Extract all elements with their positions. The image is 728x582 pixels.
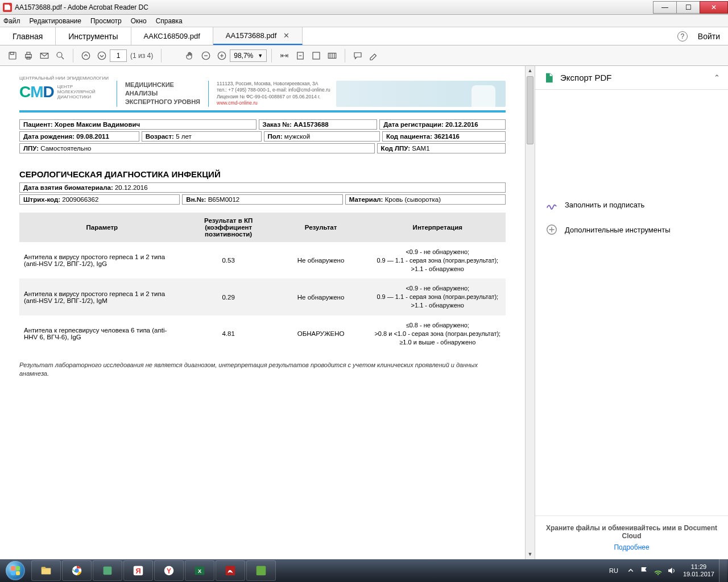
pointer-icon[interactable]	[166, 48, 182, 64]
search-icon[interactable]	[52, 48, 68, 64]
regdate-cell: Дата регистрации: 20.12.2016	[379, 119, 506, 130]
taskbar-app-icon[interactable]	[93, 560, 122, 581]
zoom-select[interactable]: 98,7%▼	[230, 49, 267, 62]
svg-rect-19	[104, 567, 112, 575]
scroll-down-icon[interactable]: ▼	[526, 550, 535, 559]
th-param: Параметр	[19, 213, 185, 242]
svg-rect-12	[313, 52, 320, 59]
tools-panel: Экспорт PDF ⌃ Заполнить и подписать Допо…	[535, 66, 728, 559]
page-down-icon[interactable]	[94, 48, 110, 64]
vn-cell: Вн.№: B65M0012	[182, 194, 342, 205]
tab-close-icon[interactable]: ✕	[283, 31, 289, 40]
taskbar-browser-icon[interactable]: Y	[154, 560, 184, 581]
svg-point-28	[657, 574, 659, 575]
org-topline: Центральный НИИ Эпидемиологии	[19, 76, 109, 81]
results-table: Параметр Результат в КП (коэффициент поз…	[19, 213, 506, 352]
menu-edit[interactable]: Редактирование	[30, 17, 81, 25]
print-icon[interactable]	[20, 48, 36, 64]
scroll-up-icon[interactable]: ▲	[526, 66, 535, 76]
close-button[interactable]: ✕	[700, 1, 728, 14]
dob-cell: Дата рождения: 09.08.2011	[19, 131, 139, 142]
letterhead-address: 111123, Россия, Москва, Новогиреевская, …	[208, 81, 330, 107]
taskbar-excel-icon[interactable]: X	[185, 560, 214, 581]
material-cell: Материал: Кровь (сыворотка)	[345, 194, 506, 205]
section-title: СЕРОЛОГИЧЕСКАЯ ДИАГНОСТИКА ИНФЕКЦИЙ	[19, 169, 506, 179]
login-button[interactable]: Войти	[698, 32, 720, 41]
lpucode-cell: Код ЛПУ: SAM1	[377, 143, 506, 153]
panel-footer: Храните файлы и обменивайтесь ими в Docu…	[535, 516, 728, 559]
learn-more-link[interactable]: Подробнее	[543, 543, 720, 551]
sampledate-cell: Дата взятия биоматериала: 20.12.2016	[19, 182, 506, 193]
menu-bar: Файл Редактирование Просмотр Окно Справк…	[0, 15, 728, 27]
fit-width-icon[interactable]	[276, 48, 292, 64]
table-row: Антитела к вирусу простого герпеса 1 и 2…	[19, 278, 506, 315]
tray-network-icon[interactable]	[653, 566, 663, 576]
page-number-input[interactable]	[110, 49, 127, 62]
language-indicator[interactable]: RU	[609, 567, 618, 574]
taskbar-acrobat-icon[interactable]	[216, 560, 245, 581]
th-interp: Интерпретация	[370, 213, 506, 242]
tray-chevron-icon[interactable]	[626, 566, 636, 576]
app-tabs: Главная Инструменты ААКС168509.pdf AA157…	[0, 27, 728, 45]
lpu-cell: ЛПУ: Самостоятельно	[19, 143, 375, 153]
zoom-in-icon[interactable]	[214, 48, 230, 64]
taskbar-chrome-icon[interactable]	[62, 560, 92, 581]
logo-subtitle: ЦЕНТР МОЛЕКУЛЯРНОЙ ДИАГНОСТИКИ	[57, 85, 96, 99]
scroll-thumb[interactable]	[527, 76, 533, 144]
vertical-scrollbar[interactable]: ▲ ▼	[525, 66, 535, 559]
pcode-cell: Код пациента: 3621416	[382, 131, 506, 142]
menu-help[interactable]: Справка	[156, 17, 183, 25]
tab-document-2-label: AA1573688.pdf	[226, 31, 277, 40]
page-total-label: (1 из 4)	[130, 52, 153, 60]
window-title: AA1573688.pdf - Adobe Acrobat Reader DC	[15, 3, 653, 11]
tab-home[interactable]: Главная	[0, 27, 56, 45]
menu-window[interactable]: Окно	[131, 17, 147, 25]
menu-view[interactable]: Просмотр	[90, 17, 122, 25]
menu-file[interactable]: Файл	[3, 17, 20, 25]
tray-flag-icon[interactable]	[639, 566, 650, 576]
more-tools[interactable]: Дополнительные инструменты	[535, 217, 728, 242]
cmd-logo: CMD	[19, 83, 54, 101]
barcode-cell: Штрих-код: 2009066362	[19, 194, 180, 205]
save-icon[interactable]	[5, 48, 20, 64]
maximize-button[interactable]: ☐	[676, 1, 700, 14]
svg-point-8	[98, 52, 106, 60]
show-desktop-button[interactable]	[719, 559, 727, 582]
highlight-icon[interactable]	[366, 48, 382, 64]
svg-text:Y: Y	[167, 567, 171, 575]
fit-page-icon[interactable]	[292, 48, 308, 64]
window-titlebar: AA1573688.pdf - Adobe Acrobat Reader DC …	[0, 0, 728, 15]
fill-sign-tool[interactable]: Заполнить и подписать	[535, 192, 728, 217]
help-icon[interactable]: ?	[677, 31, 688, 41]
th-result: Результат	[272, 213, 370, 242]
start-button[interactable]	[0, 559, 31, 582]
svg-rect-3	[27, 52, 30, 55]
hand-icon[interactable]	[182, 48, 198, 64]
read-mode-icon[interactable]	[324, 48, 340, 64]
tray-clock[interactable]: 11:29 19.01.2017	[683, 563, 714, 577]
tab-tools[interactable]: Инструменты	[56, 27, 131, 45]
pdf-page: Центральный НИИ Эпидемиологии CMD ЦЕНТР …	[0, 66, 525, 559]
table-row: Антитела к герпесвирусу человека 6 типа …	[19, 315, 506, 352]
email-icon[interactable]	[36, 48, 52, 64]
sex-cell: Пол: мужской	[264, 131, 380, 142]
comment-icon[interactable]	[350, 48, 366, 64]
age-cell: Возраст: 5 лет	[142, 131, 262, 142]
taskbar-explorer-icon[interactable]	[31, 560, 61, 581]
tab-document-1[interactable]: ААКС168509.pdf	[131, 27, 213, 45]
zoom-out-icon[interactable]	[198, 48, 214, 64]
export-pdf-header[interactable]: Экспорт PDF ⌃	[535, 66, 728, 90]
chevron-up-icon: ⌃	[714, 73, 720, 82]
page-up-icon[interactable]	[78, 48, 94, 64]
document-viewport[interactable]: Центральный НИИ Эпидемиологии CMD ЦЕНТР …	[0, 66, 525, 559]
th-kp: Результат в КП (коэффициент позитивности…	[185, 213, 272, 242]
minimize-button[interactable]: —	[653, 1, 677, 14]
tray-volume-icon[interactable]	[667, 566, 677, 576]
fullscreen-icon[interactable]	[308, 48, 324, 64]
taskbar-app2-icon[interactable]	[246, 560, 276, 581]
taskbar-yandex-icon[interactable]: Я	[123, 560, 153, 581]
svg-point-6	[57, 52, 62, 57]
tab-document-2[interactable]: AA1573688.pdf ✕	[213, 27, 303, 45]
svg-point-7	[82, 52, 90, 60]
svg-text:X: X	[198, 568, 202, 574]
